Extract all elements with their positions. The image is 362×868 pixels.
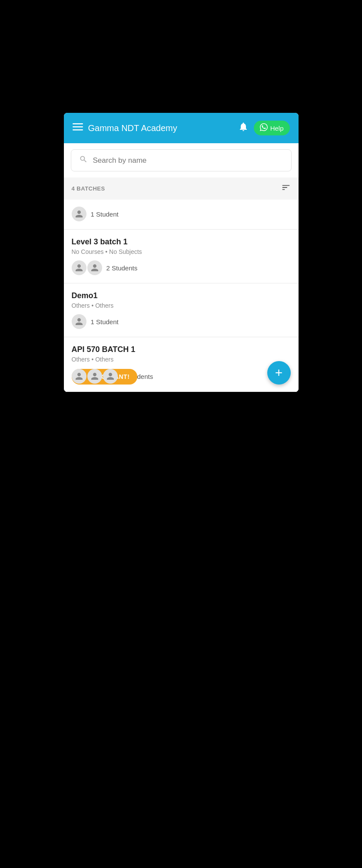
batch-name: Demo1 xyxy=(72,291,291,300)
avatar xyxy=(87,260,102,275)
batch-item[interactable]: Demo1 Others • Others 1 Student xyxy=(64,283,299,337)
help-button[interactable]: Help xyxy=(254,121,290,135)
search-icon xyxy=(79,155,88,166)
menu-icon[interactable] xyxy=(73,122,83,135)
batch-students: 1 Student xyxy=(72,314,291,329)
batches-header: 4 BATCHES xyxy=(64,178,299,200)
student-count: 1 Student xyxy=(91,318,119,326)
bell-icon[interactable] xyxy=(238,122,249,135)
plus-icon: + xyxy=(275,366,283,379)
student-avatars xyxy=(72,260,103,275)
batch-list: 1 Student Level 3 batch 1 No Courses • N… xyxy=(64,200,299,392)
batch-name: Level 3 batch 1 xyxy=(72,237,291,247)
svg-rect-2 xyxy=(73,129,83,131)
avatar xyxy=(72,369,86,384)
whatsapp-icon xyxy=(260,123,268,133)
avatar xyxy=(72,314,86,329)
svg-rect-1 xyxy=(73,126,83,128)
search-bar[interactable] xyxy=(71,149,292,171)
batch-item[interactable]: Level 3 batch 1 No Courses • No Subjects… xyxy=(64,230,299,283)
avatar xyxy=(87,369,102,384)
batch-item[interactable]: 1 Student xyxy=(64,200,299,230)
student-avatars xyxy=(72,207,87,221)
batches-count: 4 BATCHES xyxy=(72,185,105,192)
avatar xyxy=(103,369,118,384)
batch-name: API 570 BATCH 1 xyxy=(72,345,291,354)
student-avatars xyxy=(72,369,119,384)
batch-item-last[interactable]: API 570 BATCH 1 Others • Others 4 Studen… xyxy=(64,337,299,392)
phone-container: Gamma NDT Academy Help 4 xyxy=(64,113,299,392)
student-count: 1 Student xyxy=(91,210,119,218)
app-header: Gamma NDT Academy Help xyxy=(64,113,299,143)
student-avatars xyxy=(72,314,87,329)
help-button-label: Help xyxy=(270,125,284,132)
student-count: 2 Students xyxy=(106,264,138,272)
sort-icon[interactable] xyxy=(281,183,291,194)
batch-students: 2 Students xyxy=(72,260,291,275)
add-batch-button[interactable]: + xyxy=(267,361,291,385)
batch-subtitle: No Courses • No Subjects xyxy=(72,248,291,255)
search-container xyxy=(64,143,299,178)
avatar xyxy=(72,260,86,275)
app-title: Gamma NDT Academy xyxy=(88,123,233,133)
search-input[interactable] xyxy=(93,156,283,165)
avatar xyxy=(72,207,86,221)
batch-subtitle: Others • Others xyxy=(72,356,291,363)
batch-subtitle: Others • Others xyxy=(72,302,291,309)
svg-rect-0 xyxy=(73,123,83,125)
batch-students: 1 Student xyxy=(72,207,291,221)
